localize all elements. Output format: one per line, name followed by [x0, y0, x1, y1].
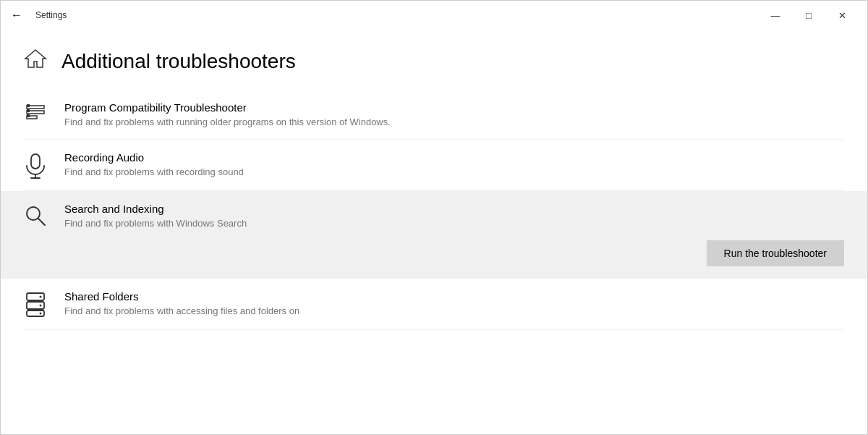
svg-rect-3: [27, 104, 30, 107]
minimize-button[interactable]: —: [759, 4, 792, 26]
svg-line-10: [38, 219, 45, 225]
item-text: Shared Folders Find and fix problems wit…: [64, 290, 299, 316]
item-desc: Find and fix problems with running older…: [64, 117, 391, 127]
troubleshooter-shared-folders[interactable]: Shared Folders Find and fix problems wit…: [24, 279, 844, 330]
recording-audio-icon: [24, 153, 50, 179]
window-controls: — □ ✕: [759, 4, 859, 26]
title-bar-left: ← Settings: [7, 7, 67, 24]
svg-point-15: [40, 305, 42, 307]
shared-folders-icon: [24, 292, 50, 318]
main-content: Additional troubleshooters: [1, 30, 867, 434]
item-title: Shared Folders: [64, 290, 299, 303]
item-header: Search and Indexing Find and fix problem…: [24, 203, 844, 229]
maximize-button[interactable]: □: [792, 4, 825, 26]
settings-window: ← Settings — □ ✕ Additional troubleshoot…: [0, 0, 868, 435]
troubleshooter-program-compat[interactable]: Program Compatibility Troubleshooter Fin…: [24, 90, 844, 140]
item-title: Recording Audio: [64, 151, 244, 164]
search-indexing-icon: [24, 204, 50, 227]
run-btn-row: Run the troubleshooter: [24, 240, 844, 266]
item-header: Shared Folders Find and fix problems wit…: [24, 290, 844, 318]
svg-rect-6: [31, 154, 40, 169]
item-header: Recording Audio Find and fix problems wi…: [24, 151, 844, 179]
item-title: Search and Indexing: [64, 203, 247, 215]
troubleshooter-recording-audio[interactable]: Recording Audio Find and fix problems wi…: [24, 140, 844, 191]
item-text: Recording Audio Find and fix problems wi…: [64, 151, 244, 177]
item-header: Program Compatibility Troubleshooter Fin…: [24, 101, 844, 127]
item-text: Program Compatibility Troubleshooter Fin…: [64, 101, 391, 127]
window-title: Settings: [35, 10, 67, 20]
page-title: Additional troubleshooters: [61, 50, 296, 73]
close-button[interactable]: ✕: [825, 4, 859, 26]
troubleshooter-list: Program Compatibility Troubleshooter Fin…: [1, 90, 867, 330]
svg-rect-4: [27, 109, 30, 112]
troubleshooter-search-indexing[interactable]: Search and Indexing Find and fix problem…: [1, 191, 867, 279]
svg-point-16: [40, 313, 42, 315]
title-bar: ← Settings — □ ✕: [1, 1, 867, 30]
page-header: Additional troubleshooters: [1, 30, 867, 90]
program-compat-icon: [24, 103, 50, 126]
item-title: Program Compatibility Troubleshooter: [64, 101, 391, 114]
item-desc: Find and fix problems with recording sou…: [64, 166, 244, 177]
item-desc: Find and fix problems with Windows Searc…: [64, 218, 247, 229]
svg-rect-5: [27, 114, 30, 117]
item-desc: Find and fix problems with accessing fil…: [64, 305, 299, 316]
run-troubleshooter-button[interactable]: Run the troubleshooter: [707, 240, 844, 266]
item-text: Search and Indexing Find and fix problem…: [64, 203, 247, 229]
back-button[interactable]: ←: [7, 7, 27, 24]
svg-point-14: [40, 296, 42, 298]
home-icon: [24, 47, 47, 75]
